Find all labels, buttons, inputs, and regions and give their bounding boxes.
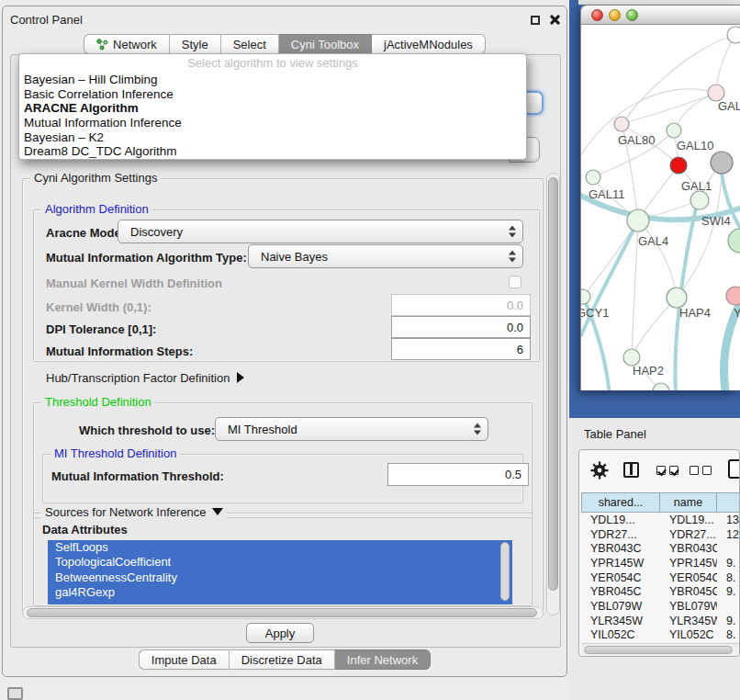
network-node[interactable] <box>670 157 687 174</box>
tab-label: Infer Network <box>347 653 418 667</box>
vertical-scrollbar[interactable] <box>546 173 560 615</box>
scrollbar-thumb[interactable] <box>27 608 537 617</box>
sources-title[interactable]: Sources for Network Inference <box>41 505 227 519</box>
clear-selection-icon[interactable] <box>690 466 712 475</box>
attribute-list-item[interactable]: TopologicalCoefficient <box>48 555 512 570</box>
dropdown-item[interactable]: Mutual Information Inference <box>19 116 526 130</box>
network-edge[interactable] <box>622 93 716 124</box>
settings-gear-icon[interactable] <box>590 461 609 480</box>
network-node[interactable] <box>627 209 649 231</box>
mi-threshold-title: MI Threshold Definition <box>50 446 180 460</box>
aracne-mode-label: Aracne Mode: <box>46 226 125 240</box>
select-all-checkboxes-icon[interactable] <box>656 466 678 475</box>
mi-algorithm-type-combo[interactable]: Naive Bayes <box>248 244 523 268</box>
attribute-list-item[interactable]: SelfLoops <box>48 540 512 555</box>
minimized-panel-icon[interactable] <box>7 687 23 700</box>
table-cell: 8. <box>717 628 740 641</box>
table-row[interactable]: YLR345WYLR345W9. <box>581 614 740 628</box>
network-edge[interactable] <box>583 220 638 297</box>
column-header[interactable]: A <box>717 492 740 513</box>
table-cell: YLR345W <box>660 615 717 627</box>
column-header[interactable]: name <box>660 492 717 513</box>
network-node[interactable] <box>726 287 740 305</box>
network-edge[interactable] <box>716 35 735 93</box>
network-edge[interactable] <box>632 220 638 357</box>
dpi-tolerance-field[interactable]: 0.0 <box>391 316 531 338</box>
table-cell: YBR045C <box>660 585 717 598</box>
attribute-list-item[interactable]: BetweennessCentrality <box>48 570 512 585</box>
attribute-list-item[interactable]: gal4RGexp <box>48 585 512 600</box>
column-layout-icon[interactable] <box>623 462 639 478</box>
table-row[interactable]: YDL19...YDL19...13 <box>581 513 740 527</box>
scrollbar-thumb[interactable] <box>548 177 558 591</box>
table-row[interactable]: YPR145WYPR145W9. <box>581 556 740 570</box>
table-cell: 9. <box>717 585 740 598</box>
table-row[interactable]: YIL052CYIL052C8. <box>581 628 740 643</box>
tab-discretize-data[interactable]: Discretize Data <box>230 649 335 670</box>
dropdown-item[interactable]: Bayesian – Hill Climbing <box>19 73 526 87</box>
scrollbar-thumb[interactable] <box>584 646 733 655</box>
tab-label: Network <box>113 38 157 51</box>
network-edge[interactable] <box>638 220 677 298</box>
network-node[interactable] <box>711 152 733 174</box>
table-cell: YDR27... <box>581 528 660 541</box>
close-traffic-light[interactable] <box>591 9 603 21</box>
hub-definition-expander[interactable]: Hub/Transcription Factor Definition <box>46 371 244 385</box>
tab-style[interactable]: Style <box>170 34 221 54</box>
close-icon[interactable] <box>549 14 561 26</box>
apply-button[interactable]: Apply <box>246 623 314 643</box>
kernel-width-label: Kernel Width (0,1): <box>46 300 151 314</box>
network-node[interactable] <box>667 288 687 308</box>
table-horizontal-scrollbar[interactable] <box>581 643 739 655</box>
tab-jactivemnodules[interactable]: jActiveMNodules <box>372 34 486 54</box>
table-row[interactable]: YER054CYER054C8. <box>581 570 740 585</box>
algorithm-dropdown[interactable]: Select algorithm to view settings Bayesi… <box>18 53 527 160</box>
network-node[interactable] <box>581 289 590 304</box>
network-node[interactable] <box>727 27 740 43</box>
network-node[interactable] <box>728 229 740 253</box>
horizontal-scrollbar[interactable] <box>22 606 544 619</box>
table-row[interactable]: YBL079WYBL079W <box>581 599 740 614</box>
table-cell: YIL052C <box>581 628 660 641</box>
dropdown-item[interactable]: Bayesian – K2 <box>19 130 526 145</box>
dropdown-item[interactable]: Dream8 DC_TDC Algorithm <box>19 144 526 159</box>
tab-impute-data[interactable]: Impute Data <box>139 649 230 670</box>
minimize-traffic-light[interactable] <box>609 9 621 21</box>
table-options-icon[interactable] <box>728 459 740 479</box>
kernel-width-field[interactable]: 0.0 <box>391 294 531 316</box>
aracne-mode-value: Discovery <box>130 225 183 239</box>
tab-network[interactable]: Network <box>84 34 170 54</box>
table-cell: YDL19... <box>660 514 717 526</box>
table-cell: YBR043C <box>660 542 717 555</box>
aracne-mode-combo[interactable]: Discovery <box>118 220 523 243</box>
tab-cyni-toolbox[interactable]: Cyni Toolbox <box>279 34 372 54</box>
table-header-row: shared...nameA <box>581 492 740 513</box>
node-label: GCY1 <box>581 306 609 320</box>
network-edge[interactable] <box>632 298 677 357</box>
table-row[interactable]: YBR043CYBR043C <box>581 541 740 556</box>
table-row[interactable]: YBR045CYBR045C9. <box>581 584 740 599</box>
mi-steps-field[interactable]: 6 <box>391 338 531 360</box>
network-canvas[interactable]: GALGAL80GAL10GAL1GAL11GAL4SWI4GCY1HAP4YH… <box>580 25 740 390</box>
zoom-traffic-light[interactable] <box>626 9 638 21</box>
tab-infer-network[interactable]: Infer Network <box>335 649 431 670</box>
network-node[interactable] <box>614 117 629 131</box>
network-node[interactable] <box>690 191 709 209</box>
dropdown-item[interactable]: Basic Correlation Inference <box>19 87 526 102</box>
table-row[interactable]: YDR27...YDR27...12 <box>581 527 740 542</box>
network-window-titlebar[interactable] <box>580 5 740 25</box>
table-cell: YER054C <box>581 571 660 584</box>
network-node[interactable] <box>667 123 681 138</box>
data-attributes-list[interactable]: SelfLoopsTopologicalCoefficientBetweenne… <box>48 540 512 604</box>
dropdown-item[interactable]: ARACNE Algorithm <box>19 101 526 116</box>
attributes-list-scrollbar[interactable] <box>500 542 510 601</box>
network-node[interactable] <box>586 170 600 185</box>
node-label: GAL80 <box>618 133 655 147</box>
node-label: GAL <box>718 99 740 113</box>
mi-threshold-field[interactable]: 0.5 <box>387 463 529 486</box>
column-header[interactable]: shared... <box>581 492 660 513</box>
which-threshold-combo[interactable]: MI Threshold <box>215 417 488 441</box>
tab-select[interactable]: Select <box>221 34 279 54</box>
float-window-icon[interactable] <box>531 16 540 25</box>
manual-kernel-checkbox[interactable] <box>509 276 521 288</box>
